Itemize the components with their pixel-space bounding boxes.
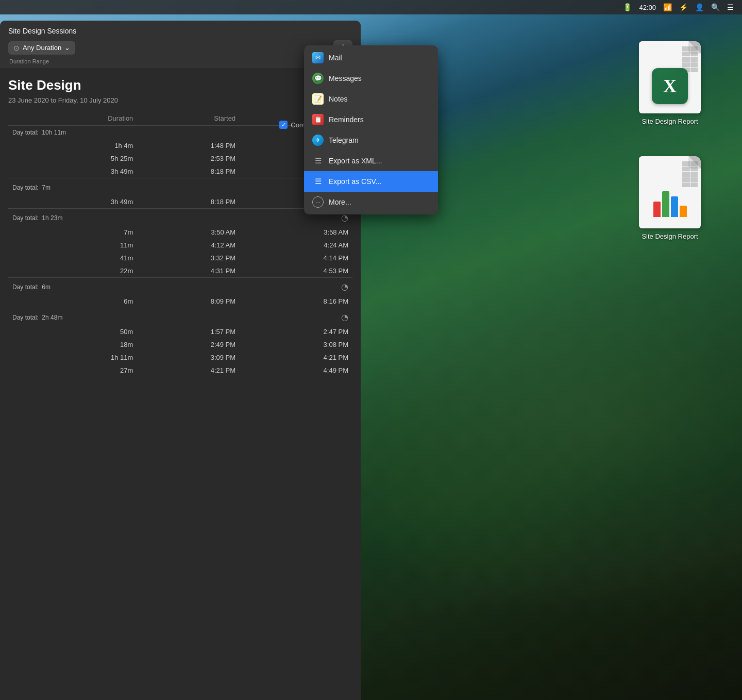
menubar-time: 42:00 [639,4,656,11]
table-row: 6m 8:09 PM 8:16 PM [8,295,352,308]
menu-item-more-label: More... [329,198,351,206]
numbers-badge [652,183,688,219]
menu-item-reminders[interactable]: 📋 Reminders [304,109,438,130]
session-label [8,139,33,152]
notes-icon: 📝 [312,93,324,105]
duration-label: Any Duration [23,44,61,52]
bar-orange [680,206,687,217]
menu-item-xml-label: Export as XML... [329,157,382,165]
report-title: Site Design [8,77,352,93]
session-ended: 4:21 PM [240,351,352,364]
table-row: 1h 4m 1:48 PM 2:53 [8,139,352,152]
session-started: 2:53 PM [137,152,240,165]
session-label [8,195,33,209]
session-ended: 4:14 PM [240,252,352,264]
report-date-range: 23 June 2020 to Friday, 10 July 2020 [8,96,352,104]
session-ended: 4:53 PM [240,264,352,278]
charging-icon: ⚡ [679,3,688,11]
session-started: 4:31 PM [137,264,240,278]
table-row: 22m 4:31 PM 4:53 PM [8,264,352,278]
menu-item-messages[interactable]: 💬 Messages [304,68,438,89]
numbers-icon-label: Site Design Report [642,232,698,240]
session-ended: 4:24 AM [240,239,352,252]
reminders-icon: 📋 [312,114,324,125]
table-row: 27m 4:21 PM 4:49 PM [8,364,352,377]
session-duration: 3h 49m [33,165,137,178]
session-label [8,239,33,252]
col-duration: Duration [33,111,137,126]
numbers-file-icon [639,156,701,228]
session-started: 2:49 PM [137,338,240,351]
session-ended: 3:58 AM [240,226,352,239]
session-duration: 27m [33,364,137,377]
session-duration: 50m [33,325,137,338]
desktop-icons: X Site Design Report [629,41,711,240]
session-ended: 4:49 PM [240,364,352,377]
menu-item-export-xml[interactable]: ☰ Export as XML... [304,151,438,171]
menu-item-export-csv[interactable]: ☰ Export as CSV... [304,171,438,192]
menubar: 🔋 42:00 📶 ⚡ 👤 🔍 ☰ [0,0,742,14]
session-started: 8:09 PM [137,295,240,308]
day-total-3: Day total: 1h 23m [8,209,240,226]
xml-icon: ☰ [312,155,324,166]
menu-item-more[interactable]: ··· More... [304,192,438,212]
session-duration: 41m [33,252,137,264]
share-menu: ✉ Mail 💬 Messages 📝 Notes 📋 Reminders ✈ … [304,45,438,214]
duration-range-label: Duration Range [9,58,352,64]
session-label [8,364,33,377]
session-duration: 5h 25m [33,152,137,165]
session-duration: 18m [33,338,137,351]
csv-icon: ☰ [312,176,324,187]
desktop-icon-numbers[interactable]: Site Design Report [629,156,711,240]
menu-item-csv-label: Export as CSV... [329,177,381,186]
session-started: 3:32 PM [137,252,240,264]
menu-item-telegram[interactable]: ✈ Telegram [304,130,438,151]
excel-x-letter: X [663,75,677,97]
menu-item-reminders-label: Reminders [329,115,364,124]
session-ended: 3:08 PM [240,338,352,351]
more-icon: ··· [312,196,324,208]
session-duration: 1h 4m [33,139,137,152]
bar-red [653,202,661,217]
chevron-icon: ⌄ [64,44,70,52]
menu-item-mail[interactable]: ✉ Mail [304,47,438,68]
session-started: 8:18 PM [137,165,240,178]
session-duration: 1h 11m [33,351,137,364]
bar-blue [671,196,678,217]
session-label [8,152,33,165]
table-row: 1h 11m 3:09 PM 4:21 PM [8,351,352,364]
table-row: 11m 4:12 AM 4:24 AM [8,239,352,252]
session-duration: 7m [33,226,137,239]
session-started: 8:18 PM [137,195,240,209]
menu-item-telegram-label: Telegram [329,136,359,144]
table-row: 18m 2:49 PM 3:08 PM [8,338,352,351]
excel-badge: X [652,68,688,104]
table-row: 3h 49m 8:18 PM 12:07 AM [8,195,352,209]
completion-checkbox[interactable]: ✓ [279,121,288,129]
list-icon: ☰ [727,3,734,11]
day-total-row: Day total: 1h 23m ◔ [8,209,352,226]
menubar-right: 🔋 42:00 📶 ⚡ 👤 🔍 ☰ [623,3,734,11]
user-icon: 👤 [695,3,704,11]
session-ended: 8:16 PM [240,295,352,308]
session-label [8,295,33,308]
session-started: 1:48 PM [137,139,240,152]
pie-chart-icon: ◔ [240,278,352,295]
menu-item-notes[interactable]: 📝 Notes [304,89,438,109]
window-title: Site Design Sessions [8,27,352,35]
table-row: 5h 25m 2:53 PM 8:18 PM [8,152,352,165]
session-duration: 11m [33,239,137,252]
menu-item-messages-label: Messages [329,74,362,82]
desktop-icon-excel[interactable]: X Site Design Report [629,41,711,125]
session-label [8,351,33,364]
session-started: 4:12 AM [137,239,240,252]
col-started: Started [137,111,240,126]
excel-file-icon: X [639,41,701,113]
session-label [8,264,33,278]
session-started: 3:09 PM [137,351,240,364]
table-row: 41m 3:32 PM 4:14 PM [8,252,352,264]
excel-icon-label: Site Design Report [642,118,698,125]
duration-button[interactable]: ⊙ Any Duration ⌄ [8,41,75,55]
session-label [8,165,33,178]
messages-icon: 💬 [312,73,324,84]
